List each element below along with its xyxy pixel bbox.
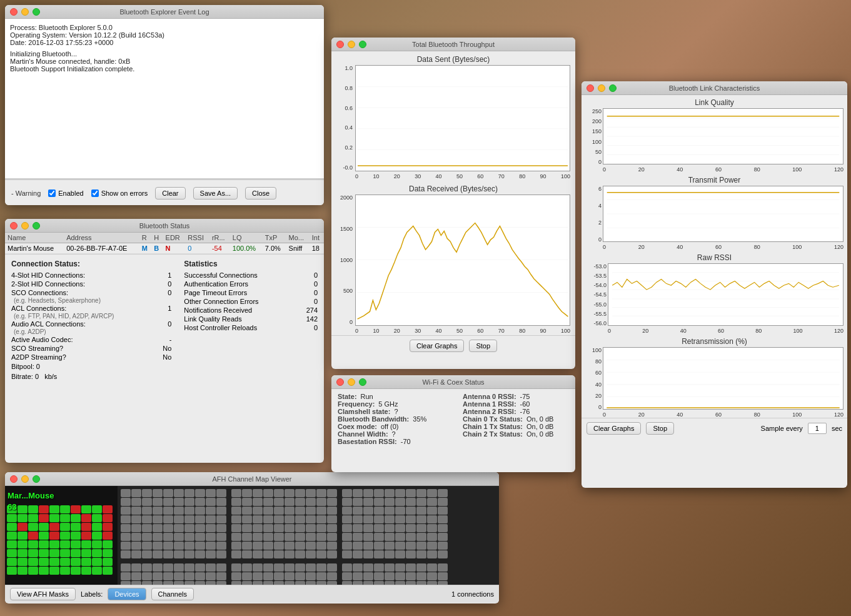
save-as-button[interactable]: Save As...: [193, 187, 238, 199]
channels-button[interactable]: Channels: [151, 588, 194, 600]
conn-sco: SCO Connections: 0: [11, 288, 171, 297]
conn-a2dp-stream: A2DP Streaming? No: [11, 353, 171, 361]
device-int: 18: [310, 243, 324, 254]
bt-status-title: Bluetooth Status: [5, 222, 324, 230]
link-minimize[interactable]: [598, 84, 605, 92]
device-txp: 7.0%: [263, 243, 286, 254]
clear-graphs-button[interactable]: Clear Graphs: [410, 340, 464, 352]
bt-minimize-button[interactable]: [21, 222, 29, 230]
stat-value-5: 274: [306, 306, 318, 314]
conn-sco-label: SCO Connections:: [11, 289, 68, 296]
bt-status-table: Name Address R H EDR RSSI rR... LQ TxP M…: [5, 233, 324, 254]
afh-close[interactable]: [10, 475, 18, 483]
received-graph: [355, 194, 570, 326]
col-int: Int: [310, 233, 324, 243]
enabled-check[interactable]: Enabled: [48, 189, 83, 197]
event-log-title: Bluetooth Explorer Event Log: [5, 8, 324, 16]
bt-maximize-button[interactable]: [33, 222, 40, 230]
wifi-coex-titlebar: Wi-Fi & Coex Status: [331, 375, 575, 389]
transmit-power-title: Transmit Power: [585, 174, 843, 186]
conn-codec-value: -: [169, 336, 172, 343]
device-name: Martin's Mouse: [5, 243, 64, 254]
link-stop-button[interactable]: Stop: [646, 422, 674, 435]
tp-minimize[interactable]: [348, 41, 355, 48]
device-label: Mar...Mouse: [8, 491, 54, 500]
col-lq: LQ: [230, 233, 263, 243]
close-button[interactable]: [10, 8, 18, 16]
stat-label-3: Page Timeout Errors: [184, 289, 247, 296]
stat-label: Successful Connections: [184, 271, 257, 279]
conn-audio-acl-value: 0: [168, 320, 171, 328]
stat-row-7: Host Controller Reloads 0: [184, 323, 318, 332]
afh-maximize[interactable]: [33, 475, 40, 483]
col-h: H: [151, 233, 163, 243]
log-line-5: Martin's Mouse connected, handle: 0xB: [10, 58, 319, 65]
maximize-button[interactable]: [33, 8, 40, 16]
bt-link-titlebar: Bluetooth Link Characteristics: [582, 81, 847, 95]
show-errors-label: Show on errors: [101, 189, 148, 197]
stat-value-6: 142: [306, 315, 318, 323]
log-line-1: Process: Bluetooth Explorer 5.0.0: [10, 24, 319, 31]
devices-button[interactable]: Devices: [108, 588, 146, 600]
wifi-minimize[interactable]: [348, 378, 355, 386]
col-address: Address: [64, 233, 139, 243]
link-quality-title: Link Quality: [585, 96, 843, 108]
wifi-close[interactable]: [336, 378, 344, 386]
log-line-2: Operating System: Version 10.12.2 (Build…: [10, 31, 319, 39]
device-mode: Sniff: [286, 243, 310, 254]
coex-left: State:Run Frequency:5 GHz Clamshell stat…: [338, 393, 444, 445]
conn-sco-stream-value: No: [163, 345, 171, 352]
stat-label-6: Link Quality Reads: [184, 315, 241, 323]
link-close[interactable]: [587, 84, 594, 92]
device-edr: N: [163, 243, 186, 254]
link-clear-graphs-button[interactable]: Clear Graphs: [587, 422, 641, 435]
conn-2slot-value: 0: [168, 280, 171, 288]
stop-button[interactable]: Stop: [469, 340, 497, 352]
close-button-event[interactable]: Close: [245, 187, 276, 199]
stat-row: Successful Connections 0: [184, 271, 318, 280]
conn-acl-value: 1: [168, 305, 171, 312]
afh-minimize[interactable]: [21, 475, 29, 483]
stat-value: 0: [314, 271, 318, 279]
link-quality-graph: [603, 108, 843, 164]
device-num: 63: [8, 502, 16, 512]
tp-maximize[interactable]: [359, 41, 366, 48]
view-afh-masks-button[interactable]: View AFH Masks: [10, 588, 76, 600]
col-mode: Mo...: [286, 233, 310, 243]
device-rssi: 0: [185, 243, 209, 254]
wifi-maximize[interactable]: [359, 378, 366, 386]
conn-4slot: 4-Slot HID Connections: 1: [11, 271, 171, 280]
afh-footer: View AFH Masks Labels: Devices Channels …: [5, 585, 499, 603]
event-log-window: Bluetooth Explorer Event Log Process: Bl…: [5, 5, 324, 205]
minimize-button[interactable]: [21, 8, 29, 16]
bt-throughput-titlebar: Total Bluetooth Throughput: [331, 38, 575, 51]
labels-label: Labels:: [81, 590, 103, 598]
afh-grids: [118, 486, 499, 585]
bt-close-button[interactable]: [10, 222, 18, 230]
connection-status-title: Connection Status:: [11, 260, 171, 268]
conn-sco-stream-label: SCO Streaming?: [11, 345, 63, 352]
stat-row-3: Page Timeout Errors 0: [184, 288, 318, 297]
conn-acl: ACL Connections: 1: [11, 304, 171, 313]
stat-row-2: Authentication Errors 0: [184, 280, 318, 288]
conn-4slot-label: 4-Slot HID Connections:: [11, 271, 85, 279]
table-row[interactable]: Martin's Mouse 00-26-BB-7F-A7-0E M B N 0…: [5, 243, 324, 254]
clear-button[interactable]: Clear: [155, 187, 185, 199]
sample-input[interactable]: [808, 423, 827, 434]
stat-value-7: 0: [314, 324, 318, 331]
device-r: M: [139, 243, 152, 254]
conn-active-codec: Active Audio Codec: -: [11, 335, 171, 344]
device-lq: 100.0%: [230, 243, 263, 254]
transmit-power-graph: [603, 186, 843, 242]
show-errors-check[interactable]: Show on errors: [91, 189, 148, 197]
stat-label-2: Authentication Errors: [184, 280, 248, 288]
stat-label-4: Other Connection Errors: [184, 298, 258, 305]
log-line-6: Bluetooth Support Initialization complet…: [10, 65, 319, 73]
received-title: Data Received (Bytes/sec): [336, 183, 570, 194]
connections-text: 1 connections: [451, 590, 494, 598]
tp-close[interactable]: [336, 41, 344, 48]
afh-grid-1: [5, 503, 118, 577]
conn-a2dp-stream-label: A2DP Streaming?: [11, 353, 66, 361]
link-maximize[interactable]: [609, 84, 617, 92]
bt-status-window: Bluetooth Status Name Address R H EDR RS…: [5, 219, 324, 463]
